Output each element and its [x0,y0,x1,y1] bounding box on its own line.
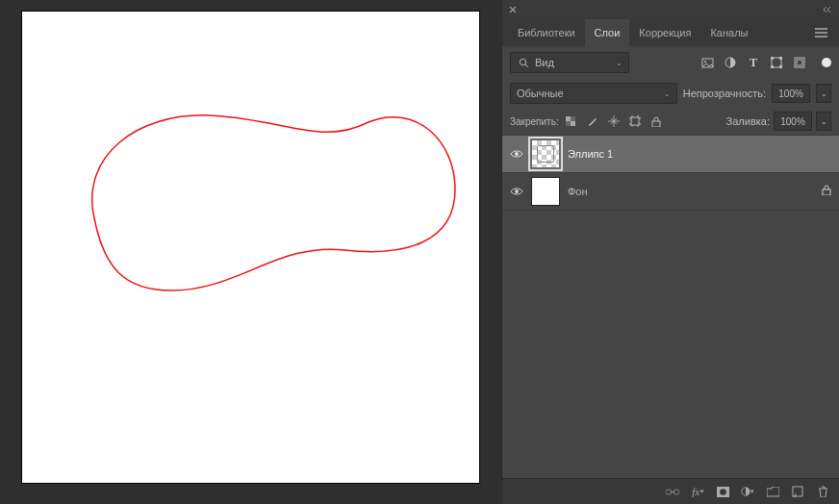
panel-tabs: Библиотеки Слои Коррекция Каналы [502,19,839,46]
lock-label: Закрепить: [510,116,559,127]
svg-rect-8 [779,65,782,68]
svg-rect-13 [571,116,575,121]
panel-menu-icon[interactable] [809,19,833,46]
document-canvas[interactable] [22,12,479,483]
blend-opacity-row: Обычные ⌄ Непрозрачность: 100% ⌄ [502,79,839,108]
svg-rect-25 [793,487,802,496]
filter-pixel-icon[interactable] [700,56,714,69]
layer-effects-icon[interactable]: fx▾ [691,485,704,498]
blend-mode-value: Обычные [517,88,564,99]
layer-list: Эллипс 1 Фон [502,135,839,478]
filter-smart-icon[interactable] [793,56,806,69]
svg-rect-16 [652,121,660,127]
panel-footer: fx▾ ▾ [502,478,839,504]
svg-point-0 [520,59,525,64]
layer-row[interactable]: Фон [502,173,839,211]
filter-shape-icon[interactable] [770,56,783,69]
svg-point-18 [515,189,519,193]
new-layer-icon[interactable] [791,485,804,498]
adjustment-layer-icon[interactable]: ▾ [741,485,754,498]
lock-indicator-icon[interactable] [822,185,831,198]
lock-all-icon[interactable] [649,114,663,128]
svg-rect-14 [566,121,571,126]
svg-point-23 [720,489,726,495]
chevron-down-icon: ⌄ [616,59,623,67]
blend-mode-dropdown[interactable]: Обычные ⌄ [510,83,677,104]
fill-chevron[interactable]: ⌄ [816,112,831,131]
visibility-toggle-icon[interactable] [510,185,523,198]
group-icon[interactable] [766,485,779,498]
svg-rect-11 [566,116,571,121]
layer-thumbnail[interactable] [531,139,560,168]
layer-name[interactable]: Фон [568,186,814,197]
filter-row: Вид ⌄ T [502,46,839,79]
lock-artboard-icon[interactable] [628,114,642,128]
filter-label: Вид [535,57,554,68]
filter-adjustment-icon[interactable] [724,56,737,69]
svg-rect-12 [571,121,575,126]
svg-point-2 [704,61,706,63]
lock-position-icon[interactable] [607,114,621,128]
svg-point-17 [515,152,519,156]
svg-rect-10 [797,60,802,65]
layer-mask-icon[interactable] [716,485,729,498]
svg-rect-6 [779,57,782,60]
visibility-toggle-icon[interactable] [510,147,523,161]
lock-transparency-icon[interactable] [565,114,578,128]
lock-row: Закрепить: Заливка: 100% ⌄ [502,108,839,135]
tab-libraries[interactable]: Библиотеки [508,19,585,46]
opacity-chevron[interactable]: ⌄ [816,84,831,103]
layer-filter-dropdown[interactable]: Вид ⌄ [510,52,629,73]
canvas-area [0,0,501,504]
filter-type-icon[interactable]: T [747,56,760,69]
panel-titlebar [502,0,839,19]
close-icon[interactable] [508,6,517,14]
fill-label: Заливка: [726,115,770,127]
svg-rect-19 [823,189,830,195]
chevron-down-icon: ⌄ [664,89,671,98]
link-layers-icon[interactable] [666,485,679,498]
svg-rect-5 [771,57,774,60]
delete-layer-icon[interactable] [816,485,829,498]
svg-rect-15 [631,117,639,125]
opacity-value[interactable]: 100% [772,84,810,103]
layer-thumbnail[interactable] [531,177,560,206]
svg-rect-7 [771,65,774,68]
collapse-icon[interactable] [824,5,833,15]
filter-toggle-dot[interactable] [822,58,831,67]
layer-name[interactable]: Эллипс 1 [568,148,831,160]
lock-pixels-icon[interactable] [586,114,599,128]
layer-row[interactable]: Эллипс 1 [502,136,839,173]
opacity-label: Непрозрачность: [683,88,766,99]
tab-layers[interactable]: Слои [585,19,630,46]
tab-adjustments[interactable]: Коррекция [629,19,700,46]
tab-channels[interactable]: Каналы [700,19,757,46]
layers-panel: Библиотеки Слои Коррекция Каналы Вид ⌄ T [501,0,839,504]
fill-value[interactable]: 100% [774,112,812,131]
ellipse-shape-path[interactable] [92,115,455,290]
search-icon [517,56,530,69]
